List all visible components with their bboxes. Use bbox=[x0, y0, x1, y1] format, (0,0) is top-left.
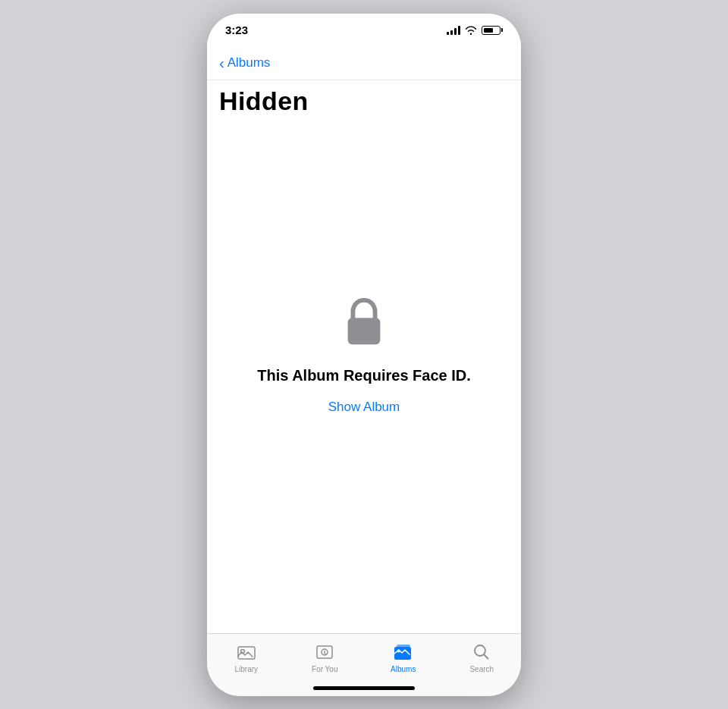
search-icon bbox=[471, 642, 492, 663]
svg-rect-0 bbox=[348, 318, 381, 344]
status-bar: 3:23 bbox=[207, 14, 521, 47]
home-indicator bbox=[313, 686, 415, 690]
svg-point-6 bbox=[397, 649, 400, 652]
page-title: Hidden bbox=[219, 86, 509, 116]
lock-heading: This Album Requires Face ID. bbox=[257, 367, 471, 384]
back-label: Albums bbox=[228, 55, 271, 71]
tab-label-albums: Albums bbox=[391, 665, 416, 673]
phone-frame: 3:23 bbox=[207, 14, 521, 696]
signal-icon bbox=[447, 26, 460, 35]
page-title-bar: Hidden bbox=[207, 80, 521, 124]
tab-label-search: Search bbox=[469, 665, 494, 673]
wifi-icon bbox=[465, 26, 477, 35]
back-chevron-icon: ‹ bbox=[219, 55, 224, 71]
albums-icon bbox=[393, 642, 414, 663]
svg-rect-5 bbox=[397, 645, 410, 648]
nav-bar: ‹ Albums bbox=[207, 47, 521, 80]
library-icon bbox=[236, 642, 257, 663]
tab-bar: Library For You A bbox=[207, 633, 521, 696]
battery-icon bbox=[482, 26, 503, 35]
lock-container: This Album Requires Face ID. Show Album bbox=[257, 296, 471, 415]
tab-label-library: Library bbox=[234, 665, 258, 673]
back-button[interactable]: ‹ Albums bbox=[219, 55, 270, 71]
tab-item-for-you[interactable]: For You bbox=[298, 642, 351, 673]
status-time: 3:23 bbox=[225, 24, 248, 36]
tab-item-library[interactable]: Library bbox=[220, 642, 273, 673]
for-you-icon bbox=[314, 642, 335, 663]
lock-icon-wrapper bbox=[341, 296, 387, 352]
show-album-button[interactable]: Show Album bbox=[328, 400, 400, 415]
main-content: This Album Requires Face ID. Show Album bbox=[207, 124, 521, 633]
tab-item-search[interactable]: Search bbox=[455, 642, 508, 673]
status-icons bbox=[447, 26, 503, 35]
lock-icon bbox=[341, 296, 387, 349]
tab-label-for-you: For You bbox=[312, 665, 337, 673]
tab-item-albums[interactable]: Albums bbox=[377, 642, 430, 673]
